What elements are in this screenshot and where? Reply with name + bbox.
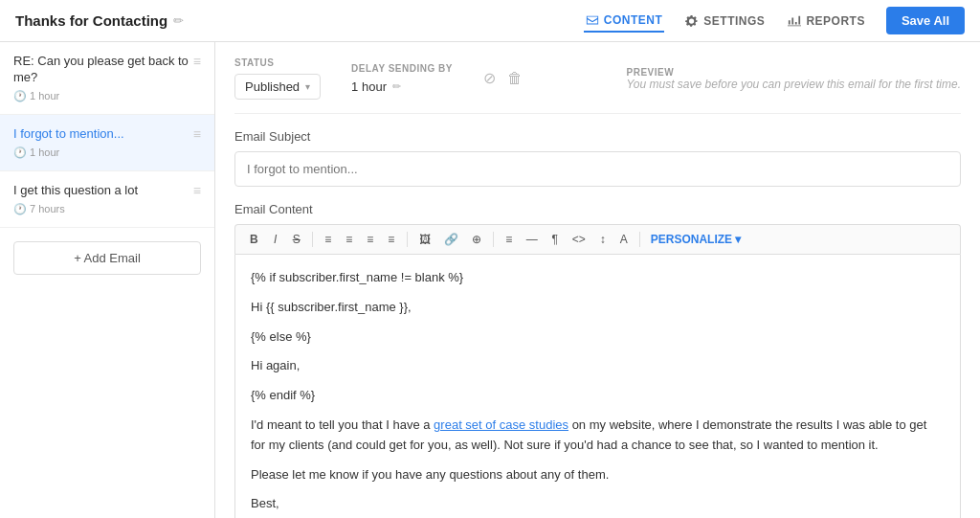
content-label: Email Content	[234, 202, 961, 216]
subject-label: Email Subject	[234, 129, 961, 144]
sidebar-item-3-time: 🕐 7 hours	[13, 203, 193, 215]
status-row: STATUS Published ▾ DELAY SENDING BY 1 ho…	[234, 57, 961, 114]
editor-line-3: {% else %}	[251, 327, 945, 348]
sidebar-item-1[interactable]: RE: Can you please get back to me? 🕐 1 h…	[0, 42, 214, 115]
sep-2	[407, 232, 408, 247]
main-content: RE: Can you please get back to me? 🕐 1 h…	[0, 42, 980, 518]
sidebar-item-2-time: 🕐 1 hour	[13, 146, 193, 159]
editor-toolbar: B I S ≡ ≡ ≡ ≡ 🖼 🔗 ⊕ ≡ — ¶ <> ↕ A P	[234, 224, 961, 254]
preview-group: PREVIEW You must save before you can pre…	[627, 67, 962, 91]
sidebar-item-2-title: I forgot to mention...	[13, 126, 193, 143]
image-button[interactable]: 🖼	[414, 231, 435, 248]
embed-button[interactable]: ⊕	[467, 231, 486, 248]
format-button[interactable]: A	[615, 231, 633, 248]
sep-1	[312, 232, 313, 247]
status-actions: ⊘ 🗑	[483, 69, 523, 89]
indent-button[interactable]: ≡	[362, 231, 379, 248]
delete-icon[interactable]: 🗑	[507, 70, 523, 87]
bold-button[interactable]: B	[245, 231, 263, 248]
sep-3	[493, 232, 494, 247]
case-studies-link[interactable]: great set of case studies	[434, 417, 568, 432]
add-email-button[interactable]: + Add Email	[13, 241, 201, 275]
italic-button[interactable]: I	[267, 231, 284, 248]
sep-4	[639, 232, 640, 247]
editor-para-1: I'd meant to tell you that I have a grea…	[251, 416, 945, 456]
bar-chart-icon	[788, 14, 801, 28]
list-unordered-button[interactable]: ≡	[320, 231, 337, 248]
drag-handle-2[interactable]: ≡	[193, 126, 201, 142]
sidebar-item-2[interactable]: I forgot to mention... 🕐 1 hour ≡	[0, 115, 214, 171]
delay-label: DELAY SENDING BY	[351, 63, 453, 74]
status-select[interactable]: Published ▾	[234, 74, 321, 100]
subject-input[interactable]	[234, 151, 961, 187]
sidebar-item-1-time: 🕐 1 hour	[13, 90, 193, 102]
link-button[interactable]: 🔗	[439, 231, 463, 248]
editor-line-5: {% endif %}	[251, 386, 945, 406]
clock-icon-1: 🕐	[13, 90, 27, 102]
filter-icon[interactable]: ⊘	[483, 69, 496, 87]
envelope-icon	[586, 13, 599, 27]
table-button[interactable]: ↕	[594, 231, 612, 248]
nav-settings[interactable]: SETTINGS	[683, 11, 767, 32]
gear-icon	[685, 14, 699, 28]
personalize-button[interactable]: PERSONALIZE ▾	[651, 233, 742, 246]
drag-handle-1[interactable]: ≡	[193, 54, 201, 69]
editor-sign-1: Best,	[251, 494, 945, 514]
paragraph-button[interactable]: ¶	[546, 231, 564, 248]
delay-group: DELAY SENDING BY 1 hour ✏	[351, 63, 453, 94]
nav-reports-label: REPORTS	[806, 14, 865, 28]
edit-title-icon[interactable]: ✏	[173, 13, 184, 28]
top-nav-right: CONTENT SETTINGS REPORTS Save All	[584, 7, 965, 34]
status-label: STATUS	[234, 57, 321, 68]
editor-line-4: Hi again,	[251, 356, 945, 376]
code-button[interactable]: <>	[568, 231, 590, 248]
nav-reports[interactable]: REPORTS	[786, 11, 867, 32]
preview-label: PREVIEW	[627, 67, 962, 78]
save-all-button[interactable]: Save All	[886, 7, 965, 34]
sidebar-item-1-content: RE: Can you please get back to me? 🕐 1 h…	[13, 54, 193, 102]
editor-line-1: {% if subscriber.first_name != blank %}	[251, 268, 945, 288]
nav-content-label: CONTENT	[604, 13, 663, 27]
sidebar: RE: Can you please get back to me? 🕐 1 h…	[0, 42, 215, 518]
sidebar-item-2-content: I forgot to mention... 🕐 1 hour	[13, 126, 193, 159]
page-title: Thanks for Contacting	[15, 12, 167, 29]
hr-button[interactable]: —	[522, 231, 543, 248]
sidebar-item-3-content: I get this question a lot 🕐 7 hours	[13, 183, 193, 215]
preview-note: You must save before you can preview thi…	[627, 78, 962, 91]
sidebar-item-3[interactable]: I get this question a lot 🕐 7 hours ≡	[0, 171, 214, 228]
nav-content[interactable]: CONTENT	[584, 10, 665, 33]
delay-edit-icon[interactable]: ✏	[392, 80, 401, 93]
status-group: STATUS Published ▾	[234, 57, 321, 100]
sidebar-item-1-title: RE: Can you please get back to me?	[13, 54, 193, 86]
app-container: Thanks for Contacting ✏ CONTENT SETTINGS…	[0, 0, 980, 518]
right-panel: STATUS Published ▾ DELAY SENDING BY 1 ho…	[215, 42, 980, 518]
list-ordered-button[interactable]: ≡	[341, 231, 358, 248]
delay-value: 1 hour ✏	[351, 79, 453, 94]
editor-para-2: Please let me know if you have any quest…	[251, 465, 945, 485]
sidebar-item-3-title: I get this question a lot	[13, 183, 193, 199]
status-arrow-icon: ▾	[305, 81, 310, 92]
top-nav: Thanks for Contacting ✏ CONTENT SETTINGS…	[0, 0, 980, 42]
outdent-button[interactable]: ≡	[383, 231, 400, 248]
nav-settings-label: SETTINGS	[703, 14, 765, 28]
clock-icon-2: 🕐	[13, 146, 27, 159]
strikethrough-button[interactable]: S	[288, 231, 305, 248]
clock-icon-3: 🕐	[13, 203, 27, 215]
drag-handle-3[interactable]: ≡	[193, 183, 201, 198]
top-nav-left: Thanks for Contacting ✏	[15, 12, 184, 29]
align-button[interactable]: ≡	[501, 231, 518, 248]
status-value: Published	[245, 79, 300, 94]
editor-line-2: Hi {{ subscriber.first_name }},	[251, 298, 945, 318]
editor-body[interactable]: {% if subscriber.first_name != blank %} …	[234, 254, 961, 518]
